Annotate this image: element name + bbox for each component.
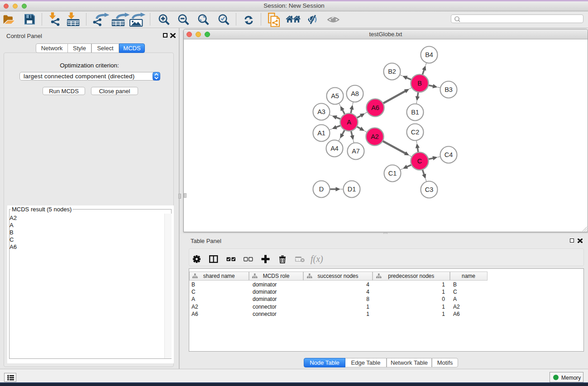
svg-text:B4: B4 — [425, 51, 433, 58]
svg-text:C: C — [417, 157, 422, 165]
svg-text:A: A — [347, 119, 351, 126]
svg-text:A3: A3 — [317, 108, 325, 115]
svg-text:A6: A6 — [371, 104, 379, 111]
svg-text:A1: A1 — [317, 129, 325, 137]
svg-text:A5: A5 — [331, 92, 339, 100]
svg-text:A4: A4 — [330, 145, 339, 152]
svg-text:A7: A7 — [352, 148, 360, 155]
svg-text:C1: C1 — [388, 170, 397, 177]
svg-text:C4: C4 — [445, 151, 453, 158]
svg-text:B: B — [417, 80, 422, 87]
svg-text:C3: C3 — [425, 186, 434, 193]
svg-text:D1: D1 — [348, 186, 356, 193]
svg-text:D: D — [319, 186, 324, 193]
svg-text:C2: C2 — [411, 129, 420, 136]
svg-text:A8: A8 — [351, 90, 359, 97]
svg-text:A2: A2 — [371, 133, 379, 140]
svg-text:B1: B1 — [411, 109, 419, 116]
svg-text:B3: B3 — [445, 86, 453, 93]
svg-text:B2: B2 — [388, 68, 396, 75]
